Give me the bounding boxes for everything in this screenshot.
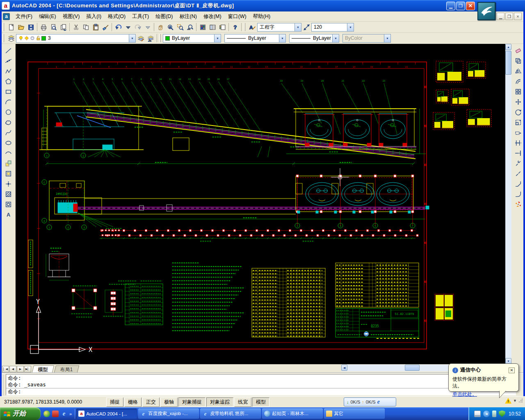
plot-style-combo-dropdown-icon[interactable]: ▼ [384, 34, 390, 42]
move-button[interactable] [513, 97, 524, 107]
toggle-polar[interactable]: 极轴 [160, 397, 178, 407]
media-player-icon[interactable] [52, 411, 59, 417]
make-object-layer-current-button[interactable] [136, 33, 146, 43]
internet-explorer-icon[interactable]: e [61, 411, 67, 417]
language-icon[interactable]: ◂ [483, 411, 490, 417]
tab-layout1[interactable]: 布局1 [54, 365, 79, 372]
network-icon[interactable] [492, 411, 496, 417]
circle-button[interactable] [3, 107, 14, 117]
stretch-button[interactable] [513, 128, 524, 138]
menu-item-dimension[interactable]: 标注(N) [176, 12, 200, 21]
menu-item-file[interactable]: 文件(F) [12, 12, 36, 21]
lineweight-combo[interactable]: ByLayer▼ [289, 34, 339, 43]
status-tray-dropdown-icon[interactable]: ▼ [513, 399, 517, 403]
tab-first-button[interactable]: ▏◀ [2, 366, 9, 372]
make-block-button[interactable] [3, 169, 14, 179]
bulb-on-icon[interactable] [18, 36, 23, 41]
paste-button[interactable] [91, 22, 100, 32]
layers-button[interactable] [6, 33, 16, 43]
copy-button[interactable] [81, 22, 91, 32]
designcenter-button[interactable] [208, 22, 217, 32]
ellipse-button[interactable] [3, 138, 14, 148]
mdi-minimize-button[interactable]: ▁ [497, 13, 504, 20]
fillet-button[interactable] [513, 189, 524, 199]
clock[interactable]: 10:52 [509, 411, 521, 417]
command-window[interactable]: 命令: 命令: _saveas 命令: ▲ ▼ [2, 372, 523, 396]
construction-line-button[interactable] [3, 56, 14, 66]
tool-palettes-button[interactable] [217, 22, 227, 32]
toggle-otrack[interactable]: 对象追踪 [206, 397, 233, 407]
scroll-left-icon[interactable]: ◀ [341, 365, 347, 371]
zoom-window-button[interactable] [175, 22, 185, 32]
publish-button[interactable] [58, 22, 68, 32]
overflow-chevron-icon[interactable]: » [69, 411, 72, 416]
menu-item-view[interactable]: 视图(V) [59, 12, 83, 21]
vertical-scrollbar[interactable]: ▲ ▼ [505, 44, 511, 364]
line-button[interactable] [3, 46, 14, 56]
communication-alert-icon[interactable]: ! [505, 398, 511, 404]
plot-style-combo[interactable]: ByColor▼ [342, 34, 391, 43]
scroll-up-icon[interactable]: ▲ [505, 44, 511, 50]
layer-previous-button[interactable] [146, 33, 155, 43]
plot-button[interactable] [39, 22, 48, 32]
zoom-previous-button[interactable] [185, 22, 195, 32]
taskbar-task-autocad-0[interactable]: aAutoCAD 2004 - [... [76, 409, 137, 419]
menu-item-insert[interactable]: 插入(I) [83, 12, 105, 21]
command-window-grip[interactable] [2, 375, 4, 395]
ellipse-arc-button[interactable] [3, 148, 14, 158]
text-style-button[interactable]: A [247, 22, 257, 32]
layer-combo[interactable]: 3▼ [16, 34, 136, 43]
title-bar[interactable]: a AutoCAD 2004 - [C:\Documents and Setti… [0, 0, 525, 11]
toggle-grid[interactable]: 栅格 [124, 397, 142, 407]
tab-prev-button[interactable]: ◀ [9, 366, 16, 372]
balloon-link[interactable]: 单击此处。 [452, 391, 515, 398]
vscroll-thumb[interactable] [505, 51, 511, 75]
zoom-realtime-button[interactable]: ± [165, 22, 175, 32]
mdi-restore-button[interactable]: ❐ [505, 13, 513, 20]
linetype-combo[interactable]: ByLayer▼ [224, 34, 286, 43]
toggle-ortho[interactable]: 正交 [142, 397, 160, 407]
drawing-canvas[interactable]: 1234567891011121314151617181920212#转运站12… [16, 44, 505, 364]
linetype-combo-dropdown-icon[interactable]: ▼ [279, 34, 285, 42]
rectangle-button[interactable] [3, 87, 14, 97]
hscroll-thumb[interactable] [405, 365, 420, 371]
dim-style-combo-dropdown-icon[interactable]: ▼ [347, 23, 354, 31]
redo-button[interactable] [133, 22, 143, 32]
menu-item-tools[interactable]: 工具(T) [129, 12, 152, 21]
ie-icon[interactable]: e [377, 399, 380, 405]
keyboard-icon[interactable] [474, 411, 481, 417]
menu-item-format[interactable]: 格式(O) [105, 12, 129, 21]
break-at-point-button[interactable] [513, 158, 524, 169]
taskbar-task-globe-3[interactable]: 起始页 - 雨林木... [262, 409, 323, 419]
plot-preview-button[interactable] [48, 22, 58, 32]
color-combo-dropdown-icon[interactable]: ▼ [214, 34, 221, 42]
mdi-close-button[interactable]: × [514, 13, 522, 20]
undo-button[interactable] [113, 22, 123, 32]
drawing-file-icon[interactable]: a [3, 13, 10, 20]
insert-block-button[interactable] [3, 158, 14, 169]
taskbar-task-ie-1[interactable]: e百度搜索_xajob -... [138, 409, 199, 419]
plot-state-icon[interactable] [30, 36, 35, 41]
hatch-button[interactable] [3, 189, 14, 199]
copy-object-button[interactable] [513, 56, 524, 66]
resize-grip[interactable] [518, 399, 523, 403]
multiline-text-button[interactable]: A [3, 210, 14, 220]
text-style-combo-dropdown-icon[interactable]: ▼ [294, 23, 301, 31]
polyline-button[interactable] [3, 66, 14, 76]
command-input[interactable]: 命令: [6, 388, 516, 395]
redo-list-button[interactable] [143, 22, 153, 32]
communication-center-icon[interactable] [477, 2, 495, 20]
cut-button[interactable] [71, 22, 81, 32]
offset-button[interactable] [513, 76, 524, 87]
sun-icon[interactable] [24, 36, 29, 41]
extend-button[interactable] [513, 148, 524, 158]
text-style-combo[interactable]: 工程字▼ [257, 23, 301, 32]
explode-button[interactable] [513, 199, 524, 210]
open-button[interactable] [16, 22, 26, 32]
layer-combo-dropdown-icon[interactable]: ▼ [129, 34, 135, 42]
help-button[interactable]: ? [230, 22, 240, 32]
launcher-icon[interactable] [43, 411, 50, 417]
menu-item-edit[interactable]: 编辑(E) [36, 12, 59, 21]
match-properties-button[interactable] [100, 22, 110, 32]
menu-item-help[interactable]: 帮助(H) [250, 12, 274, 21]
